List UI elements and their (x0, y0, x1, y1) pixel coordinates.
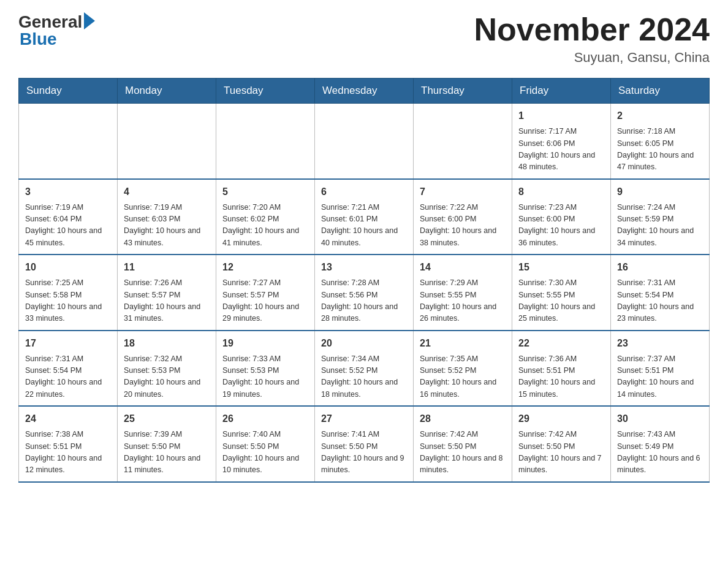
day-info: Sunrise: 7:39 AMSunset: 5:50 PMDaylight:… (124, 429, 210, 477)
calendar-cell: 1Sunrise: 7:17 AMSunset: 6:06 PMDaylight… (512, 104, 611, 179)
day-info: Sunrise: 7:31 AMSunset: 5:54 PMDaylight:… (25, 353, 111, 401)
weekday-header-wednesday: Wednesday (315, 79, 414, 104)
day-info: Sunrise: 7:25 AMSunset: 5:58 PMDaylight:… (25, 277, 111, 325)
weekday-header-sunday: Sunday (19, 79, 118, 104)
calendar-cell: 28Sunrise: 7:42 AMSunset: 5:50 PMDayligh… (414, 406, 512, 482)
weekday-header-row: SundayMondayTuesdayWednesdayThursdayFrid… (19, 79, 710, 104)
day-info: Sunrise: 7:29 AMSunset: 5:55 PMDaylight:… (420, 277, 506, 325)
day-number: 13 (321, 260, 407, 275)
weekday-header-friday: Friday (512, 79, 611, 104)
day-info: Sunrise: 7:38 AMSunset: 5:51 PMDaylight:… (25, 429, 111, 477)
weekday-header-tuesday: Tuesday (216, 79, 315, 104)
calendar-cell: 22Sunrise: 7:36 AMSunset: 5:51 PMDayligh… (512, 331, 611, 407)
calendar-cell: 15Sunrise: 7:30 AMSunset: 5:55 PMDayligh… (512, 255, 611, 331)
day-number: 5 (222, 185, 308, 199)
day-number: 20 (321, 336, 407, 351)
day-info: Sunrise: 7:22 AMSunset: 6:00 PMDaylight:… (420, 202, 506, 250)
day-number: 4 (124, 185, 210, 199)
location-title: Suyuan, Gansu, China (474, 50, 710, 66)
calendar-cell: 21Sunrise: 7:35 AMSunset: 5:52 PMDayligh… (414, 331, 512, 407)
calendar-cell: 7Sunrise: 7:22 AMSunset: 6:00 PMDaylight… (414, 179, 512, 255)
week-row-1: 1Sunrise: 7:17 AMSunset: 6:06 PMDaylight… (19, 104, 710, 179)
month-title: November 2024 (474, 12, 710, 47)
day-info: Sunrise: 7:28 AMSunset: 5:56 PMDaylight:… (321, 277, 407, 325)
calendar-cell: 5Sunrise: 7:20 AMSunset: 6:02 PMDaylight… (216, 179, 315, 255)
day-info: Sunrise: 7:20 AMSunset: 6:02 PMDaylight:… (222, 202, 308, 250)
calendar-cell: 27Sunrise: 7:41 AMSunset: 5:50 PMDayligh… (315, 406, 414, 482)
day-info: Sunrise: 7:37 AMSunset: 5:51 PMDaylight:… (617, 353, 703, 401)
day-info: Sunrise: 7:19 AMSunset: 6:03 PMDaylight:… (124, 202, 210, 250)
day-number: 1 (518, 109, 604, 123)
calendar-cell (19, 104, 118, 179)
calendar-cell: 8Sunrise: 7:23 AMSunset: 6:00 PMDaylight… (512, 179, 611, 255)
day-number: 22 (518, 336, 604, 351)
day-number: 29 (518, 412, 604, 426)
day-number: 24 (25, 412, 111, 426)
calendar-cell (414, 104, 512, 179)
day-info: Sunrise: 7:24 AMSunset: 5:59 PMDaylight:… (617, 202, 703, 250)
week-row-2: 3Sunrise: 7:19 AMSunset: 6:04 PMDaylight… (19, 179, 710, 255)
day-info: Sunrise: 7:42 AMSunset: 5:50 PMDaylight:… (420, 429, 506, 477)
day-number: 10 (25, 260, 111, 275)
day-info: Sunrise: 7:40 AMSunset: 5:50 PMDaylight:… (222, 429, 308, 477)
day-info: Sunrise: 7:43 AMSunset: 5:49 PMDaylight:… (617, 429, 703, 477)
day-number: 7 (420, 185, 506, 199)
day-number: 15 (518, 260, 604, 275)
calendar-cell: 4Sunrise: 7:19 AMSunset: 6:03 PMDaylight… (118, 179, 216, 255)
calendar-cell: 11Sunrise: 7:26 AMSunset: 5:57 PMDayligh… (118, 255, 216, 331)
week-row-3: 10Sunrise: 7:25 AMSunset: 5:58 PMDayligh… (19, 255, 710, 331)
day-info: Sunrise: 7:21 AMSunset: 6:01 PMDaylight:… (321, 202, 407, 250)
day-info: Sunrise: 7:42 AMSunset: 5:50 PMDaylight:… (518, 429, 604, 477)
day-number: 21 (420, 336, 506, 351)
calendar-cell (118, 104, 216, 179)
day-info: Sunrise: 7:19 AMSunset: 6:04 PMDaylight:… (25, 202, 111, 250)
calendar-cell: 10Sunrise: 7:25 AMSunset: 5:58 PMDayligh… (19, 255, 118, 331)
logo-blue-text: Blue (20, 29, 57, 49)
day-info: Sunrise: 7:18 AMSunset: 6:05 PMDaylight:… (617, 126, 703, 174)
calendar-cell: 30Sunrise: 7:43 AMSunset: 5:49 PMDayligh… (611, 406, 710, 482)
weekday-header-saturday: Saturday (611, 79, 710, 104)
day-number: 19 (222, 336, 308, 351)
day-info: Sunrise: 7:27 AMSunset: 5:57 PMDaylight:… (222, 277, 308, 325)
day-number: 2 (617, 109, 703, 123)
day-number: 27 (321, 412, 407, 426)
week-row-5: 24Sunrise: 7:38 AMSunset: 5:51 PMDayligh… (19, 406, 710, 482)
logo: General Blue (18, 12, 95, 49)
day-number: 9 (617, 185, 703, 199)
calendar-cell: 26Sunrise: 7:40 AMSunset: 5:50 PMDayligh… (216, 406, 315, 482)
calendar-cell: 19Sunrise: 7:33 AMSunset: 5:53 PMDayligh… (216, 331, 315, 407)
day-number: 14 (420, 260, 506, 275)
calendar-cell: 13Sunrise: 7:28 AMSunset: 5:56 PMDayligh… (315, 255, 414, 331)
day-number: 17 (25, 336, 111, 351)
day-number: 26 (222, 412, 308, 426)
calendar-cell (216, 104, 315, 179)
day-number: 3 (25, 185, 111, 199)
day-number: 11 (124, 260, 210, 275)
calendar-table: SundayMondayTuesdayWednesdayThursdayFrid… (18, 78, 710, 483)
logo-triangle-icon (84, 12, 95, 29)
day-info: Sunrise: 7:26 AMSunset: 5:57 PMDaylight:… (124, 277, 210, 325)
day-info: Sunrise: 7:36 AMSunset: 5:51 PMDaylight:… (518, 353, 604, 401)
day-info: Sunrise: 7:32 AMSunset: 5:53 PMDaylight:… (124, 353, 210, 401)
calendar-cell: 6Sunrise: 7:21 AMSunset: 6:01 PMDaylight… (315, 179, 414, 255)
weekday-header-monday: Monday (118, 79, 216, 104)
day-info: Sunrise: 7:41 AMSunset: 5:50 PMDaylight:… (321, 429, 407, 477)
calendar-cell: 29Sunrise: 7:42 AMSunset: 5:50 PMDayligh… (512, 406, 611, 482)
calendar-cell: 24Sunrise: 7:38 AMSunset: 5:51 PMDayligh… (19, 406, 118, 482)
calendar-cell: 12Sunrise: 7:27 AMSunset: 5:57 PMDayligh… (216, 255, 315, 331)
calendar-cell: 18Sunrise: 7:32 AMSunset: 5:53 PMDayligh… (118, 331, 216, 407)
calendar-cell: 3Sunrise: 7:19 AMSunset: 6:04 PMDaylight… (19, 179, 118, 255)
day-number: 6 (321, 185, 407, 199)
calendar-cell: 25Sunrise: 7:39 AMSunset: 5:50 PMDayligh… (118, 406, 216, 482)
calendar-cell: 14Sunrise: 7:29 AMSunset: 5:55 PMDayligh… (414, 255, 512, 331)
day-info: Sunrise: 7:23 AMSunset: 6:00 PMDaylight:… (518, 202, 604, 250)
calendar-cell: 23Sunrise: 7:37 AMSunset: 5:51 PMDayligh… (611, 331, 710, 407)
day-info: Sunrise: 7:17 AMSunset: 6:06 PMDaylight:… (518, 126, 604, 174)
calendar-cell: 17Sunrise: 7:31 AMSunset: 5:54 PMDayligh… (19, 331, 118, 407)
day-info: Sunrise: 7:33 AMSunset: 5:53 PMDaylight:… (222, 353, 308, 401)
calendar-cell (315, 104, 414, 179)
day-info: Sunrise: 7:35 AMSunset: 5:52 PMDaylight:… (420, 353, 506, 401)
day-info: Sunrise: 7:31 AMSunset: 5:54 PMDaylight:… (617, 277, 703, 325)
header: General Blue November 2024 Suyuan, Gansu… (18, 12, 710, 66)
weekday-header-thursday: Thursday (414, 79, 512, 104)
